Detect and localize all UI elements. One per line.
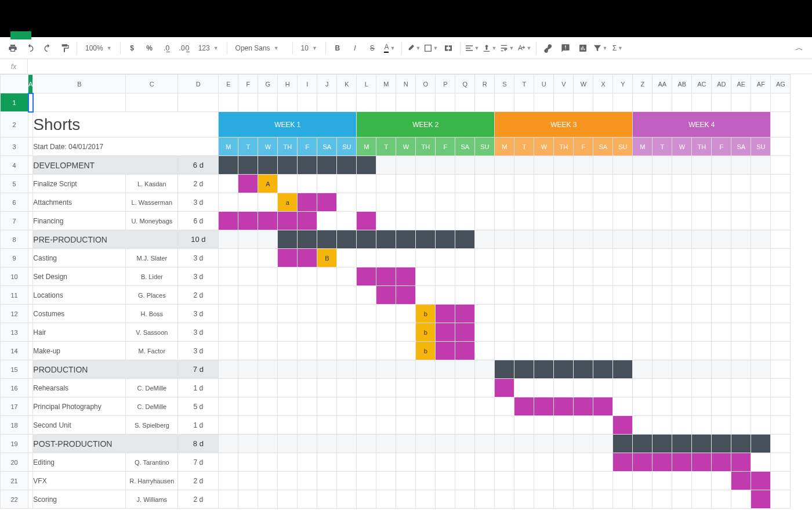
task-owner[interactable]: B. Lider [126,267,178,286]
gantt-cell[interactable] [692,212,712,230]
gantt-cell[interactable] [357,212,376,230]
gantt-cell[interactable] [593,453,613,472]
gantt-cell[interactable]: b [416,342,436,360]
task-name[interactable]: Casting [33,249,126,267]
gantt-cell[interactable] [278,175,298,193]
font-dropdown[interactable]: Open Sans▼ [231,40,289,56]
gantt-cell[interactable] [554,435,574,453]
gantt-cell[interactable] [258,435,278,453]
gantt-cell[interactable] [613,360,633,379]
row-header-11[interactable]: 11 [1,286,28,305]
gantt-cell[interactable] [376,453,396,472]
gantt-cell[interactable] [652,156,672,175]
gantt-cell[interactable] [633,360,652,379]
gantt-cell[interactable] [692,286,712,305]
gantt-cell[interactable] [416,490,436,509]
gantt-cell[interactable] [455,305,475,323]
task-owner[interactable]: L. Kasdan [126,175,178,193]
gantt-cell[interactable] [731,230,751,249]
row-header-15[interactable]: 15 [1,360,28,379]
gantt-cell[interactable] [574,360,593,379]
gantt-cell[interactable] [376,286,396,305]
gantt-cell[interactable] [514,286,534,305]
gantt-cell[interactable] [317,156,337,175]
gantt-cell[interactable] [633,230,652,249]
task-owner[interactable]: H. Boss [126,305,178,323]
gantt-cell[interactable] [475,397,495,416]
gantt-cell[interactable] [475,156,495,175]
gantt-cell[interactable] [633,175,652,193]
gantt-cell[interactable] [751,193,771,212]
phase-duration[interactable]: 7 d [178,360,219,379]
gantt-cell[interactable] [534,212,554,230]
gantt-cell[interactable] [495,342,514,360]
col-header-D[interactable]: D [178,75,219,93]
gantt-cell[interactable] [455,249,475,267]
gantt-cell[interactable] [278,249,298,267]
gantt-cell[interactable] [731,156,751,175]
task-duration[interactable]: 7 d [178,453,219,472]
gantt-cell[interactable] [258,249,278,267]
gantt-cell[interactable] [672,453,692,472]
row-header-13[interactable]: 13 [1,323,28,342]
gantt-cell[interactable] [751,267,771,286]
task-owner[interactable]: J. Williams [126,490,178,509]
gantt-cell[interactable] [554,342,574,360]
task-duration[interactable]: 3 d [178,342,219,360]
task-owner[interactable]: L. Wasserman [126,193,178,212]
paint-format-icon[interactable] [57,40,73,56]
vertical-align-icon[interactable]: ▼ [481,40,498,56]
gantt-cell[interactable] [278,305,298,323]
gantt-cell[interactable] [692,490,712,509]
gantt-cell[interactable] [593,397,613,416]
gantt-cell[interactable] [633,305,652,323]
gantt-cell[interactable] [455,193,475,212]
gantt-cell[interactable] [554,453,574,472]
task-name[interactable]: Finalize Script [33,175,126,193]
col-header-U[interactable]: U [534,75,554,93]
gantt-cell[interactable] [613,212,633,230]
gantt-cell[interactable] [534,305,554,323]
task-name[interactable]: Scoring [33,490,126,509]
gantt-cell[interactable] [475,249,495,267]
col-header-AE[interactable]: AE [731,75,751,93]
gantt-cell[interactable] [219,453,238,472]
gantt-cell[interactable] [672,286,692,305]
gantt-cell[interactable] [337,397,357,416]
gantt-cell[interactable] [692,360,712,379]
gantt-cell[interactable] [357,379,376,397]
gantt-cell[interactable] [396,323,416,342]
merge-cells-icon[interactable] [440,40,456,56]
gantt-cell[interactable] [692,305,712,323]
week-header-4[interactable]: WEEK 4 [633,112,771,138]
day-header[interactable]: SU [337,138,357,156]
gantt-cell[interactable] [574,193,593,212]
gantt-cell[interactable] [219,175,238,193]
gantt-cell[interactable] [692,397,712,416]
gantt-cell[interactable] [376,379,396,397]
row-header-9[interactable]: 9 [1,249,28,267]
gantt-cell[interactable] [514,212,534,230]
gantt-cell[interactable] [475,193,495,212]
gantt-cell[interactable] [416,435,436,453]
task-duration[interactable]: 2 d [178,175,219,193]
gantt-cell[interactable] [278,453,298,472]
task-owner[interactable]: M. Factor [126,342,178,360]
gantt-cell[interactable] [495,472,514,490]
gantt-cell[interactable] [357,453,376,472]
gantt-cell[interactable] [357,342,376,360]
gantt-cell[interactable] [436,490,455,509]
task-duration[interactable]: 1 d [178,416,219,435]
gantt-cell[interactable] [258,360,278,379]
week-header-3[interactable]: WEEK 3 [495,112,633,138]
gantt-cell[interactable] [298,379,317,397]
gantt-cell[interactable] [357,416,376,435]
gantt-cell[interactable] [514,230,534,249]
decrease-decimal-icon[interactable]: .0̲ [159,40,175,56]
gantt-cell[interactable] [278,379,298,397]
col-header-N[interactable]: N [396,75,416,93]
gantt-cell[interactable] [554,230,574,249]
gantt-cell[interactable] [455,212,475,230]
gantt-cell[interactable] [613,416,633,435]
gantt-cell[interactable] [574,397,593,416]
